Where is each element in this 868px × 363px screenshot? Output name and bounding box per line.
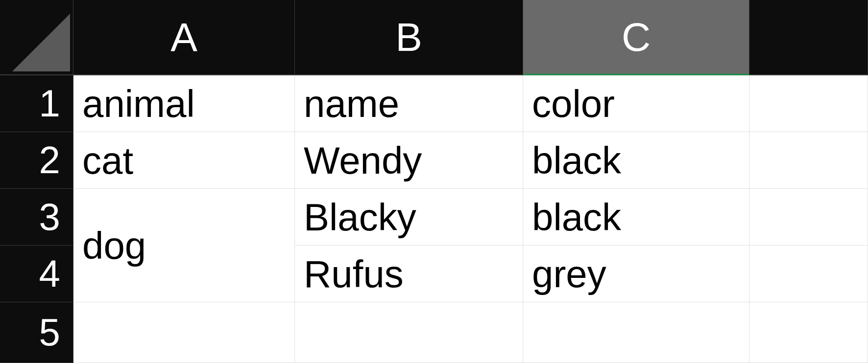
cell-d3[interactable] xyxy=(749,189,868,246)
row-header-4[interactable]: 4 xyxy=(0,246,73,302)
svg-marker-0 xyxy=(12,14,70,71)
cell-d2[interactable] xyxy=(749,132,868,189)
cell-c1[interactable]: color xyxy=(523,75,749,132)
row-header-2[interactable]: 2 xyxy=(0,132,73,189)
select-all-triangle-icon xyxy=(12,14,70,71)
cell-d1[interactable] xyxy=(749,75,868,132)
cell-b4[interactable]: Rufus xyxy=(295,246,523,302)
cell-b3[interactable]: Blacky xyxy=(295,189,523,246)
cell-c4[interactable]: grey xyxy=(523,246,749,302)
column-header-c[interactable]: C xyxy=(523,0,749,75)
cell-a2[interactable]: cat xyxy=(73,132,295,189)
column-header-a[interactable]: A xyxy=(73,0,295,75)
cell-a3-a4-merged[interactable]: dog xyxy=(73,189,295,302)
cell-c3[interactable]: black xyxy=(523,189,749,246)
cell-d4[interactable] xyxy=(749,246,868,302)
cell-b1[interactable]: name xyxy=(295,75,523,132)
cell-d5[interactable] xyxy=(749,302,868,363)
cell-b5[interactable] xyxy=(295,302,523,363)
select-all-corner[interactable] xyxy=(0,0,73,75)
row-headers: 1 2 3 4 5 xyxy=(0,75,73,363)
cell-grid: animal name color cat Wendy black dog Bl… xyxy=(73,75,868,363)
row-header-1[interactable]: 1 xyxy=(0,75,73,132)
row-header-3[interactable]: 3 xyxy=(0,189,73,246)
cell-a1[interactable]: animal xyxy=(73,75,295,132)
cell-b2[interactable]: Wendy xyxy=(295,132,523,189)
column-header-d[interactable] xyxy=(749,0,868,75)
column-header-row: A B C xyxy=(0,0,868,75)
column-header-b[interactable]: B xyxy=(295,0,523,75)
cell-a5[interactable] xyxy=(73,302,295,363)
cell-c2[interactable]: black xyxy=(523,132,749,189)
row-header-5[interactable]: 5 xyxy=(0,302,73,363)
spreadsheet: A B C 1 2 3 4 5 animal name color cat We… xyxy=(0,0,868,363)
cell-c5[interactable] xyxy=(523,302,749,363)
